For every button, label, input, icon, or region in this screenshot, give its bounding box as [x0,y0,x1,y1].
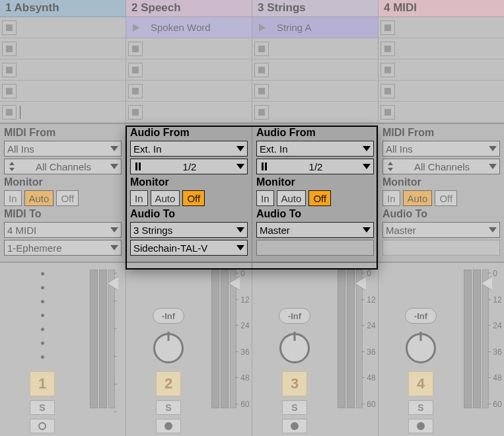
stop-button[interactable] [380,42,395,56]
arm-button[interactable] [408,419,433,433]
play-icon[interactable] [128,20,144,36]
solo-button[interactable]: S [30,400,55,415]
clip-slot[interactable] [252,102,378,123]
clip-slot[interactable] [126,38,252,59]
stop-button[interactable] [254,105,269,120]
track-header[interactable]: 1 Absynth [0,0,126,17]
clip-slot[interactable] [0,59,126,81]
clip-slot[interactable] [126,59,252,81]
volume-fader[interactable] [356,270,363,408]
input-channel-dropdown[interactable]: All Channels [382,159,500,174]
monitor-in-button[interactable]: In [382,190,400,206]
chevron-down-icon [489,164,497,169]
monitor-auto-button[interactable]: Auto [24,190,54,206]
track-header[interactable]: 4 MIDI [378,0,504,17]
stop-button[interactable] [254,42,269,56]
stop-button[interactable] [2,42,17,56]
volume-fader[interactable] [482,270,489,408]
track-activator[interactable]: 2 [156,371,181,396]
track-activator[interactable]: 3 [282,371,307,396]
solo-button[interactable]: S [156,400,181,415]
stop-button[interactable] [128,84,143,98]
clip-slot[interactable] [126,102,252,123]
clip-slot[interactable] [378,102,504,123]
play-icon[interactable] [254,20,270,36]
input-source-dropdown[interactable]: Ext. In [130,141,248,157]
monitor-off-button[interactable]: Off [308,190,331,206]
output-sub-dropdown[interactable]: 1-Ephemere [4,240,122,256]
arm-button[interactable] [156,419,181,433]
input-channel-dropdown[interactable]: 1/2 [130,159,248,174]
stop-button[interactable] [2,63,17,77]
clip-slot[interactable] [378,17,504,38]
stop-button[interactable] [128,105,143,120]
pan-knob[interactable] [406,333,436,363]
dropdown-value: 1/2 [183,161,197,172]
clip-slot[interactable] [378,81,504,102]
stop-button[interactable] [128,63,143,77]
channel-bars-icon [133,162,143,171]
monitor-row: InAutoOff [256,190,374,206]
track-header[interactable]: 2 Speech [126,0,252,17]
pan-knob[interactable] [153,333,184,363]
arm-button[interactable] [30,419,55,433]
monitor-auto-button[interactable]: Auto [403,190,433,206]
monitor-in-button[interactable]: In [256,190,274,206]
output-dest-dropdown[interactable]: Master [382,222,500,238]
stop-button[interactable] [2,84,17,98]
stop-button[interactable] [128,42,143,56]
solo-button[interactable]: S [408,400,433,415]
clip-slot[interactable] [378,59,504,81]
monitor-in-button[interactable]: In [130,190,148,206]
fader-handle-icon[interactable] [482,277,492,290]
monitor-auto-button[interactable]: Auto [151,190,180,206]
volume-fader[interactable] [230,270,236,408]
output-dest-dropdown[interactable]: Master [256,222,374,238]
input-source-dropdown[interactable]: All Ins [4,141,122,157]
clip-slot[interactable]: String A [252,17,378,38]
clip-slot[interactable] [252,59,378,81]
stop-button[interactable] [2,105,17,120]
arm-button[interactable] [282,419,307,433]
input-source-dropdown[interactable]: Ext. In [256,141,374,157]
monitor-in-button[interactable]: In [4,190,22,206]
clip-slot[interactable] [252,81,378,102]
fader-handle-icon[interactable] [355,277,366,290]
volume-fader[interactable] [108,270,115,408]
monitor-off-button[interactable]: Off [56,190,79,206]
clip-slot[interactable] [126,81,252,102]
track-activator[interactable]: 1 [30,371,55,396]
clip-slot[interactable] [0,38,126,59]
output-dest-dropdown[interactable]: 3 Strings [130,222,248,238]
track-activator[interactable]: 4 [408,371,433,396]
volume-readout[interactable]: -Inf [405,308,437,324]
stop-button[interactable] [254,63,269,77]
input-channel-dropdown[interactable]: All Channels [4,159,122,174]
stop-button[interactable] [2,20,17,35]
clip-slot[interactable]: Spoken Word [126,17,252,38]
solo-button[interactable]: S [282,400,307,415]
monitor-off-button[interactable]: Off [435,190,457,206]
fader-handle-icon[interactable] [108,277,118,290]
clip-slot[interactable] [0,17,126,38]
clip-slot[interactable] [378,38,504,59]
monitor-auto-button[interactable]: Auto [277,190,306,206]
stop-button[interactable] [254,84,269,98]
volume-readout[interactable]: -Inf [153,308,184,324]
output-dest-dropdown[interactable]: 4 MIDI [4,222,122,238]
stop-button[interactable] [380,84,395,98]
clip-slot[interactable] [252,38,378,59]
stop-button[interactable] [380,63,395,77]
clip-slot[interactable] [0,102,126,123]
pan-knob[interactable] [279,333,310,363]
stop-button[interactable] [380,105,395,120]
track-header[interactable]: 3 Strings [252,0,378,17]
input-source-dropdown[interactable]: All Ins [382,141,500,157]
clip-slot[interactable] [0,81,126,102]
input-channel-dropdown[interactable]: 1/2 [256,159,374,174]
output-sub-dropdown[interactable]: Sidechain-TAL-V [130,240,248,256]
stop-button[interactable] [380,20,395,35]
monitor-off-button[interactable]: Off [182,190,205,206]
volume-readout[interactable]: -Inf [279,308,310,324]
fader-handle-icon[interactable] [229,277,240,290]
